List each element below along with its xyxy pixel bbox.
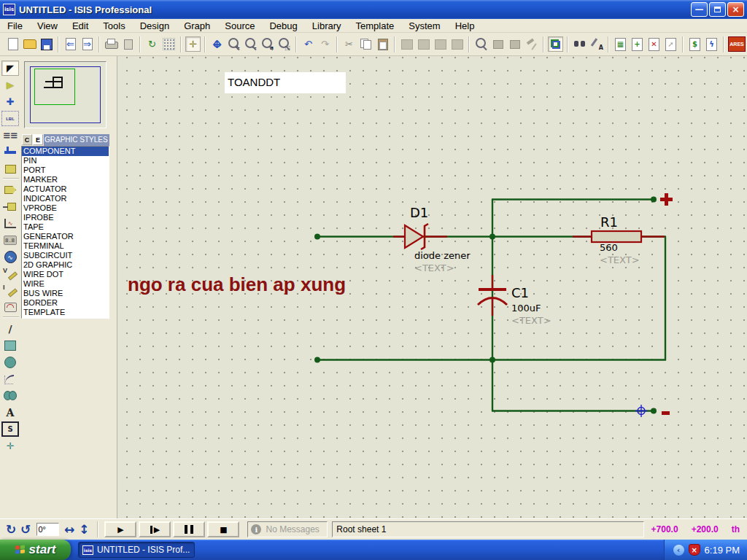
selector-item-marker[interactable]: MARKER <box>22 175 109 184</box>
step-button[interactable]: ▶ <box>139 521 171 537</box>
new-sheet-icon[interactable]: + <box>630 36 645 52</box>
pause-button[interactable] <box>173 521 205 537</box>
menu-design[interactable]: Design <box>133 19 177 33</box>
junction-dot[interactable] <box>314 234 320 240</box>
rotation-angle-field[interactable]: 0° <box>36 523 59 536</box>
search-tag-icon[interactable] <box>572 36 587 52</box>
current-probe-mode-icon[interactable]: I <box>1 283 19 298</box>
taskbar-app-button[interactable]: isis UNTITLED - ISIS Prof... <box>78 542 195 558</box>
c1-ref-label[interactable]: C1 <box>511 285 529 300</box>
redo-icon[interactable]: ↷ <box>317 36 333 52</box>
selector-item-component[interactable]: COMPONENT <box>22 147 109 156</box>
open-file-icon[interactable] <box>22 36 37 52</box>
menu-debug[interactable]: Debug <box>262 19 304 33</box>
import-section-icon[interactable]: ⇐ <box>63 36 78 52</box>
junction-dot[interactable] <box>489 234 495 240</box>
selector-item-subcircuit[interactable]: SUBCIRCUIT <box>22 251 109 260</box>
2d-arc-mode-icon[interactable] <box>1 371 19 386</box>
diode-triangle[interactable] <box>405 225 423 248</box>
d1-ref-label[interactable]: D1 <box>410 205 428 220</box>
selector-item-border[interactable]: BORDER <box>22 298 109 308</box>
cut-icon[interactable]: ✂ <box>341 36 357 52</box>
selection-mode-icon[interactable]: ◤ <box>1 61 19 76</box>
resistor-body[interactable] <box>592 231 641 242</box>
selector-item-terminal[interactable]: TERMINAL <box>22 241 109 251</box>
block-rotate-icon[interactable] <box>433 36 448 52</box>
block-move-icon[interactable] <box>416 36 431 52</box>
block-delete-icon[interactable] <box>449 36 465 52</box>
bill-of-materials-icon[interactable]: $ <box>687 36 703 52</box>
voltage-probe-mode-icon[interactable]: V <box>1 266 19 281</box>
schematic-text-box[interactable]: TOANDDT <box>225 72 346 93</box>
netlist-to-ares-icon[interactable]: ARES <box>728 36 746 52</box>
selector-item-vprobe[interactable]: VPROBE <box>22 203 109 213</box>
rotate-anticlockwise-button[interactable]: ↺ <box>20 522 31 537</box>
2d-symbol-mode-icon[interactable]: S <box>1 421 19 437</box>
make-device-icon[interactable] <box>490 36 506 52</box>
print-icon[interactable] <box>104 36 119 52</box>
menu-template[interactable]: Template <box>349 19 402 33</box>
restore-button[interactable] <box>709 2 726 17</box>
subcircuit-mode-icon[interactable] <box>1 161 19 176</box>
toggle-grid-icon[interactable] <box>161 36 177 52</box>
packaging-tool-icon[interactable] <box>507 36 522 52</box>
component-mode-icon[interactable]: ▶ <box>1 77 19 93</box>
rotate-clockwise-button[interactable]: ↻ <box>6 522 16 537</box>
design-explorer-icon[interactable]: ▦ <box>613 36 628 52</box>
menu-system[interactable]: System <box>401 19 447 33</box>
2d-circle-mode-icon[interactable] <box>1 354 19 370</box>
menu-graph[interactable]: Graph <box>177 19 217 33</box>
menu-file[interactable]: File <box>0 19 30 33</box>
capacitor-top-plate[interactable] <box>479 288 506 291</box>
play-button[interactable]: ▶ <box>104 521 136 537</box>
selector-item-wire[interactable]: WIRE <box>22 279 109 289</box>
terminal-dot-plus[interactable] <box>651 197 657 203</box>
selector-item-wire-dot[interactable]: WIRE DOT <box>22 270 109 279</box>
remove-sheet-icon[interactable]: ✕ <box>646 36 662 52</box>
security-alert-icon[interactable]: × <box>689 544 700 556</box>
export-section-icon[interactable]: ⇒ <box>80 36 95 52</box>
paste-icon[interactable] <box>375 36 390 52</box>
component-r1[interactable] <box>573 231 665 242</box>
mirror-vertical-button[interactable]: ↕ <box>79 522 89 537</box>
2d-box-mode-icon[interactable] <box>1 338 19 353</box>
d1-value-label[interactable]: diode zener <box>414 250 471 261</box>
pan-icon[interactable] <box>209 36 225 52</box>
2d-line-mode-icon[interactable]: / <box>1 321 19 336</box>
zoom-area-icon[interactable]: ⬚ <box>276 36 292 52</box>
selector-item-bus-wire[interactable]: BUS WIRE <box>22 289 109 298</box>
plus-terminal-icon[interactable] <box>660 193 673 206</box>
save-file-icon[interactable] <box>39 36 54 52</box>
edit-device-button[interactable]: E <box>33 134 43 145</box>
menu-help[interactable]: Help <box>448 19 482 33</box>
menu-library[interactable]: Library <box>305 19 349 33</box>
2d-path-mode-icon[interactable] <box>1 388 19 403</box>
goto-sheet-icon[interactable]: ➚ <box>663 36 678 52</box>
tape-recorder-mode-icon[interactable]: 8.8 <box>1 233 19 248</box>
selector-item-iprobe[interactable]: IPROBE <box>22 213 109 222</box>
redraw-icon[interactable]: ↻ <box>144 36 160 52</box>
wire-label-mode-icon[interactable]: LBL <box>1 111 19 126</box>
close-button[interactable]: × <box>727 2 744 17</box>
selector-item-generator[interactable]: GENERATOR <box>22 232 109 241</box>
stop-button[interactable]: ■ <box>207 521 239 537</box>
mirror-horizontal-button[interactable]: ↔ <box>64 522 74 537</box>
overview-viewport[interactable] <box>34 69 75 105</box>
tray-collapse-icon[interactable]: ‹ <box>673 545 684 556</box>
menu-edit[interactable]: Edit <box>65 19 96 33</box>
junction-dot[interactable] <box>314 357 320 363</box>
electrical-rule-check-icon[interactable]: ϟ <box>704 36 719 52</box>
mark-output-area-icon[interactable] <box>120 36 136 52</box>
start-button[interactable]: start <box>0 540 71 560</box>
2d-text-mode-icon[interactable]: A <box>1 405 19 420</box>
property-assignment-icon[interactable]: A <box>589 36 604 52</box>
block-copy-icon[interactable] <box>399 36 414 52</box>
selector-item-pin[interactable]: PIN <box>22 156 109 166</box>
menu-view[interactable]: View <box>30 19 65 33</box>
graph-mode-icon[interactable]: ∿ <box>1 216 19 231</box>
component-d1[interactable] <box>393 224 447 249</box>
schematic-canvas[interactable]: TOANDDT ngo ra cua bien ap xung D1 diode… <box>117 56 747 518</box>
pick-devices-button[interactable]: C <box>22 134 32 145</box>
minimize-button[interactable]: — <box>691 2 708 17</box>
selector-item-indicator[interactable]: INDICATOR <box>22 194 109 203</box>
